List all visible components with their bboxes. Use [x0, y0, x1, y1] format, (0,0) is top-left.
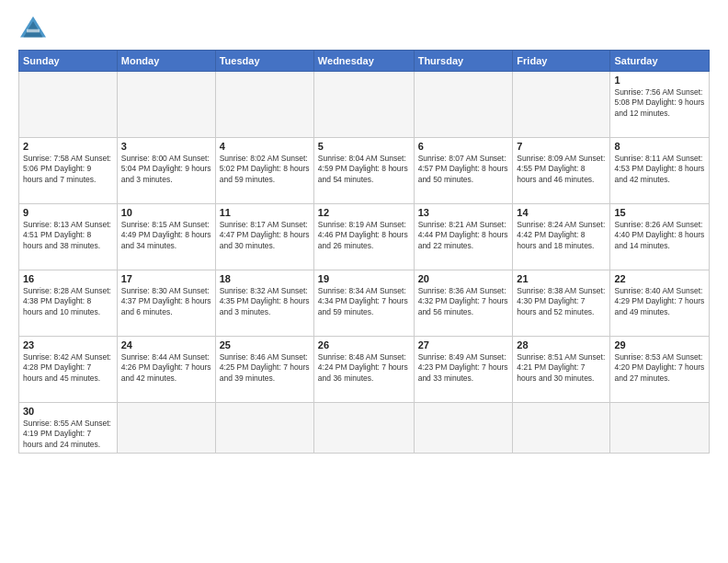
day-info: Sunrise: 8:04 AM Sunset: 4:59 PM Dayligh… — [318, 154, 410, 185]
calendar-cell: 30Sunrise: 8:55 AM Sunset: 4:19 PM Dayli… — [19, 403, 118, 454]
logo — [18, 15, 51, 40]
day-number: 30 — [23, 406, 113, 417]
calendar-cell — [513, 72, 610, 138]
calendar-cell: 1Sunrise: 7:56 AM Sunset: 5:08 PM Daylig… — [610, 72, 710, 138]
week-row-5: 23Sunrise: 8:42 AM Sunset: 4:28 PM Dayli… — [19, 337, 710, 403]
weekday-tuesday: Tuesday — [215, 51, 313, 72]
calendar-cell: 26Sunrise: 8:48 AM Sunset: 4:24 PM Dayli… — [313, 337, 414, 403]
day-info: Sunrise: 8:53 AM Sunset: 4:20 PM Dayligh… — [614, 352, 705, 384]
day-info: Sunrise: 8:11 AM Sunset: 4:53 PM Dayligh… — [614, 154, 705, 185]
calendar-cell: 22Sunrise: 8:40 AM Sunset: 4:29 PM Dayli… — [610, 270, 710, 337]
calendar-cell — [19, 72, 118, 138]
day-number: 13 — [418, 207, 509, 218]
week-row-2: 2Sunrise: 7:58 AM Sunset: 5:06 PM Daylig… — [19, 138, 710, 204]
calendar-cell: 17Sunrise: 8:30 AM Sunset: 4:37 PM Dayli… — [117, 270, 215, 337]
day-number: 25 — [220, 339, 310, 350]
day-number: 10 — [121, 207, 211, 218]
day-number: 16 — [23, 273, 113, 284]
day-info: Sunrise: 8:32 AM Sunset: 4:35 PM Dayligh… — [220, 286, 310, 317]
calendar-cell — [414, 72, 513, 138]
day-number: 28 — [517, 339, 606, 350]
week-row-4: 16Sunrise: 8:28 AM Sunset: 4:38 PM Dayli… — [19, 270, 710, 337]
day-number: 12 — [318, 207, 410, 218]
calendar-cell: 19Sunrise: 8:34 AM Sunset: 4:34 PM Dayli… — [313, 270, 414, 337]
logo-icon — [18, 15, 48, 40]
day-number: 15 — [614, 207, 705, 218]
day-number: 21 — [517, 273, 606, 284]
calendar-cell: 2Sunrise: 7:58 AM Sunset: 5:06 PM Daylig… — [19, 138, 118, 204]
weekday-wednesday: Wednesday — [313, 51, 414, 72]
calendar-cell: 14Sunrise: 8:24 AM Sunset: 4:42 PM Dayli… — [513, 204, 610, 270]
day-info: Sunrise: 8:28 AM Sunset: 4:38 PM Dayligh… — [23, 286, 113, 317]
day-number: 9 — [23, 207, 113, 218]
week-row-1: 1Sunrise: 7:56 AM Sunset: 5:08 PM Daylig… — [19, 72, 710, 138]
day-info: Sunrise: 8:49 AM Sunset: 4:23 PM Dayligh… — [418, 352, 509, 384]
calendar-cell: 20Sunrise: 8:36 AM Sunset: 4:32 PM Dayli… — [414, 270, 513, 337]
calendar-cell — [610, 403, 710, 454]
day-info: Sunrise: 8:13 AM Sunset: 4:51 PM Dayligh… — [23, 220, 113, 251]
calendar-cell: 3Sunrise: 8:00 AM Sunset: 5:04 PM Daylig… — [117, 138, 215, 204]
day-info: Sunrise: 8:00 AM Sunset: 5:04 PM Dayligh… — [121, 154, 211, 185]
day-number: 17 — [121, 273, 211, 284]
day-number: 18 — [220, 273, 310, 284]
day-info: Sunrise: 8:38 AM Sunset: 4:30 PM Dayligh… — [517, 286, 606, 317]
day-number: 11 — [220, 207, 310, 218]
calendar-cell: 16Sunrise: 8:28 AM Sunset: 4:38 PM Dayli… — [19, 270, 118, 337]
calendar-cell: 24Sunrise: 8:44 AM Sunset: 4:26 PM Dayli… — [117, 337, 215, 403]
day-info: Sunrise: 8:30 AM Sunset: 4:37 PM Dayligh… — [121, 286, 211, 317]
day-info: Sunrise: 7:56 AM Sunset: 5:08 PM Dayligh… — [614, 87, 705, 119]
calendar-cell — [313, 72, 414, 138]
calendar-cell — [313, 403, 414, 454]
calendar-cell: 12Sunrise: 8:19 AM Sunset: 4:46 PM Dayli… — [313, 204, 414, 270]
day-info: Sunrise: 7:58 AM Sunset: 5:06 PM Dayligh… — [23, 154, 113, 185]
day-number: 14 — [517, 207, 606, 218]
day-info: Sunrise: 8:46 AM Sunset: 4:25 PM Dayligh… — [220, 352, 310, 384]
day-info: Sunrise: 8:24 AM Sunset: 4:42 PM Dayligh… — [517, 220, 606, 251]
calendar-table: SundayMondayTuesdayWednesdayThursdayFrid… — [18, 50, 710, 454]
day-number: 7 — [517, 141, 606, 152]
day-number: 1 — [614, 75, 705, 86]
day-number: 6 — [418, 141, 509, 152]
week-row-3: 9Sunrise: 8:13 AM Sunset: 4:51 PM Daylig… — [19, 204, 710, 270]
calendar-cell: 25Sunrise: 8:46 AM Sunset: 4:25 PM Dayli… — [215, 337, 313, 403]
weekday-saturday: Saturday — [610, 51, 710, 72]
day-info: Sunrise: 8:19 AM Sunset: 4:46 PM Dayligh… — [318, 220, 410, 251]
weekday-header-row: SundayMondayTuesdayWednesdayThursdayFrid… — [19, 51, 710, 72]
day-info: Sunrise: 8:42 AM Sunset: 4:28 PM Dayligh… — [23, 352, 113, 384]
day-number: 23 — [23, 339, 113, 350]
calendar-cell: 18Sunrise: 8:32 AM Sunset: 4:35 PM Dayli… — [215, 270, 313, 337]
day-info: Sunrise: 8:34 AM Sunset: 4:34 PM Dayligh… — [318, 286, 410, 317]
calendar-cell: 13Sunrise: 8:21 AM Sunset: 4:44 PM Dayli… — [414, 204, 513, 270]
day-info: Sunrise: 8:15 AM Sunset: 4:49 PM Dayligh… — [121, 220, 211, 251]
day-info: Sunrise: 8:55 AM Sunset: 4:19 PM Dayligh… — [23, 419, 113, 450]
day-info: Sunrise: 8:17 AM Sunset: 4:47 PM Dayligh… — [220, 220, 310, 251]
calendar-cell: 9Sunrise: 8:13 AM Sunset: 4:51 PM Daylig… — [19, 204, 118, 270]
day-number: 29 — [614, 339, 705, 350]
calendar-cell: 8Sunrise: 8:11 AM Sunset: 4:53 PM Daylig… — [610, 138, 710, 204]
week-row-6: 30Sunrise: 8:55 AM Sunset: 4:19 PM Dayli… — [19, 403, 710, 454]
calendar-cell: 29Sunrise: 8:53 AM Sunset: 4:20 PM Dayli… — [610, 337, 710, 403]
day-info: Sunrise: 8:51 AM Sunset: 4:21 PM Dayligh… — [517, 352, 606, 384]
day-number: 27 — [418, 339, 509, 350]
day-number: 24 — [121, 339, 211, 350]
weekday-monday: Monday — [117, 51, 215, 72]
day-number: 20 — [418, 273, 509, 284]
calendar-cell: 23Sunrise: 8:42 AM Sunset: 4:28 PM Dayli… — [19, 337, 118, 403]
day-number: 3 — [121, 141, 211, 152]
calendar-cell — [215, 403, 313, 454]
calendar-cell — [117, 403, 215, 454]
day-info: Sunrise: 8:26 AM Sunset: 4:40 PM Dayligh… — [614, 220, 705, 251]
day-number: 22 — [614, 273, 705, 284]
day-info: Sunrise: 8:02 AM Sunset: 5:02 PM Dayligh… — [220, 154, 310, 185]
svg-rect-2 — [27, 29, 40, 33]
day-info: Sunrise: 8:44 AM Sunset: 4:26 PM Dayligh… — [121, 352, 211, 384]
calendar-cell: 10Sunrise: 8:15 AM Sunset: 4:49 PM Dayli… — [117, 204, 215, 270]
calendar-cell — [215, 72, 313, 138]
day-number: 4 — [220, 141, 310, 152]
header — [18, 15, 710, 40]
calendar-cell: 11Sunrise: 8:17 AM Sunset: 4:47 PM Dayli… — [215, 204, 313, 270]
calendar-cell — [117, 72, 215, 138]
day-info: Sunrise: 8:40 AM Sunset: 4:29 PM Dayligh… — [614, 286, 705, 317]
weekday-friday: Friday — [513, 51, 610, 72]
day-number: 26 — [318, 339, 410, 350]
